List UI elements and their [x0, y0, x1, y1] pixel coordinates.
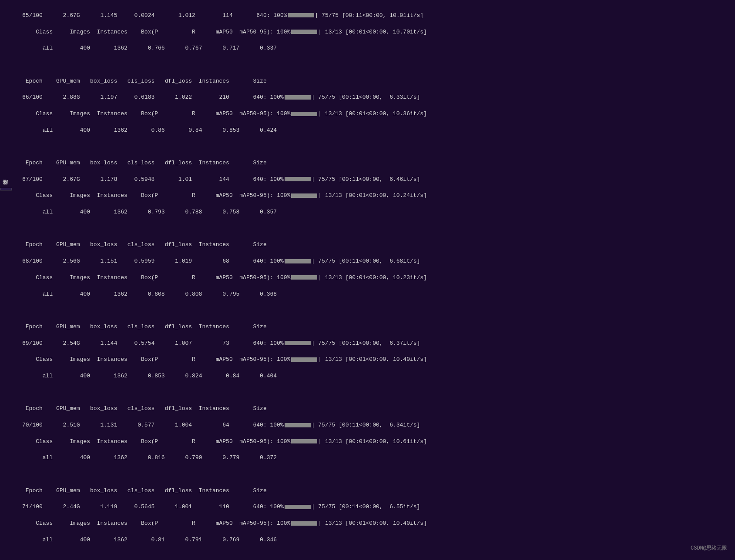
line-69-epoch: 69/100 2.54G 1.144 0.5754 1.007 73 640: … — [5, 340, 730, 348]
line-71-all: all 400 1362 0.81 0.791 0.769 0.346 — [5, 536, 730, 544]
sidebar-terminal-label: 终端 — [0, 188, 12, 190]
line-66-all: all 400 1362 0.86 0.84 0.853 0.424 — [5, 127, 730, 135]
line-blank-6 — [5, 470, 730, 479]
line-header-70: Epoch GPU_mem box_loss cls_loss dfl_loss… — [5, 405, 730, 413]
watermark: CSDN@思绪无限 — [691, 545, 727, 552]
line-71-class: Class Images Instances Box(P R mAP50 mAP… — [5, 520, 730, 528]
line-65-all: all 400 1362 0.766 0.767 0.717 0.337 — [5, 44, 730, 53]
line-68-epoch: 68/100 2.56G 1.151 0.5959 1.019 68 640: … — [5, 257, 730, 266]
line-71-epoch: 71/100 2.44G 1.119 0.5645 1.001 110 640:… — [5, 503, 730, 511]
line-70-class: Class Images Instances Box(P R mAP50 mAP… — [5, 438, 730, 446]
line-blank-3 — [5, 225, 730, 233]
terminal-window: 终端 65/100 2.67G 1.145 0.0024 1.012 114 6… — [5, 3, 730, 560]
line-blank-1 — [5, 61, 730, 69]
line-67-class: Class Images Instances Box(P R mAP50 mAP… — [5, 192, 730, 200]
line-blank-2 — [5, 143, 730, 151]
line-67-all: all 400 1362 0.793 0.788 0.758 0.357 — [5, 208, 730, 217]
line-65-epoch: 65/100 2.67G 1.145 0.0024 1.012 114 640:… — [5, 12, 730, 20]
line-header-68: Epoch GPU_mem box_loss cls_loss dfl_loss… — [5, 241, 730, 249]
line-blank-5 — [5, 389, 730, 397]
line-header-71: Epoch GPU_mem box_loss cls_loss dfl_loss… — [5, 487, 730, 495]
line-67-epoch: 67/100 2.67G 1.178 0.5948 1.01 144 640: … — [5, 176, 730, 184]
line-blank-4 — [5, 307, 730, 315]
line-header-67: Epoch GPU_mem box_loss cls_loss dfl_loss… — [5, 159, 730, 167]
line-68-class: Class Images Instances Box(P R mAP50 mAP… — [5, 274, 730, 282]
line-65-class: Class Images Instances Box(P R mAP50 mAP… — [5, 28, 730, 37]
line-header-69: Epoch GPU_mem box_loss cls_loss dfl_loss… — [5, 323, 730, 331]
line-68-all: all 400 1362 0.808 0.808 0.795 0.368 — [5, 290, 730, 299]
line-70-all: all 400 1362 0.816 0.799 0.779 0.372 — [5, 454, 730, 462]
line-70-epoch: 70/100 2.51G 1.131 0.577 1.004 64 640: 1… — [5, 421, 730, 430]
line-66-epoch: 66/100 2.88G 1.197 0.6183 1.022 210 640:… — [5, 93, 730, 102]
line-66-class: Class Images Instances Box(P R mAP50 mAP… — [5, 110, 730, 118]
line-header-66: Epoch GPU_mem box_loss cls_loss dfl_loss… — [5, 77, 730, 86]
line-69-all: all 400 1362 0.853 0.824 0.84 0.404 — [5, 372, 730, 380]
line-blank-7 — [5, 553, 730, 560]
terminal-content: 65/100 2.67G 1.145 0.0024 1.012 114 640:… — [5, 3, 730, 560]
line-69-class: Class Images Instances Box(P R mAP50 mAP… — [5, 356, 730, 364]
